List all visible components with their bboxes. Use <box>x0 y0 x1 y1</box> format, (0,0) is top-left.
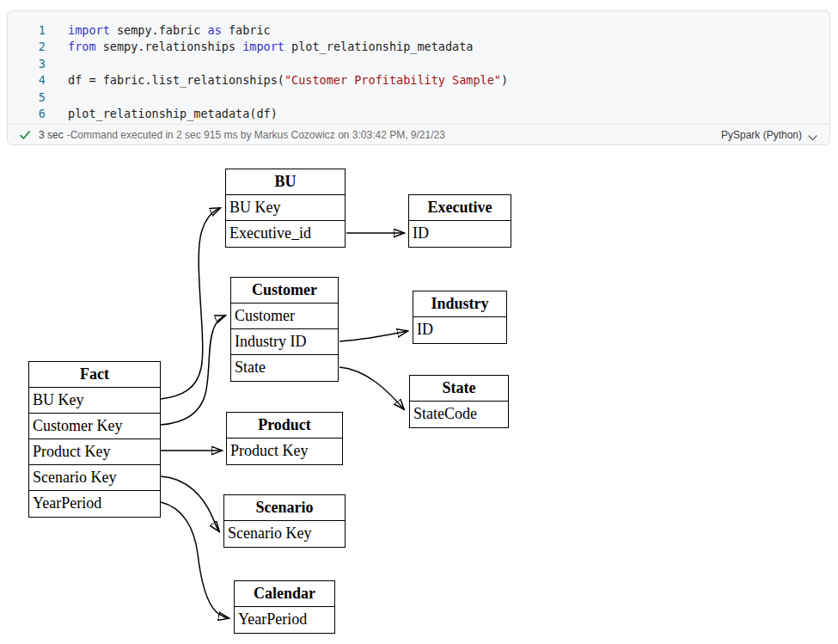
table-row: ID <box>413 317 506 343</box>
table-header: Industry <box>413 291 506 317</box>
diagram-table-product: ProductProduct Key <box>226 412 343 465</box>
chevron-down-icon <box>808 132 817 138</box>
code-token: sempy.fabric <box>117 23 208 37</box>
diagram-table-calendar: CalendarYearPeriod <box>234 580 335 634</box>
table-header: BU <box>226 169 345 195</box>
table-header: State <box>410 376 508 402</box>
code-token: ) <box>501 73 508 87</box>
table-header: Calendar <box>235 581 334 607</box>
code-cell: 1import sempy.fabric as fabric2from semp… <box>7 10 830 145</box>
line-number: 1 <box>8 22 46 39</box>
line-number: 5 <box>8 89 46 106</box>
code-text: plot_relationship_metadata(df) <box>46 106 278 122</box>
table-row: Customer <box>231 304 338 329</box>
arrow-fact-scenariokey-to-scenario <box>161 476 219 531</box>
code-line[interactable]: 5 <box>8 89 829 106</box>
execution-message: -Command executed in 2 sec 915 ms by Mar… <box>67 129 445 141</box>
diagram-table-customer: CustomerCustomerIndustry IDState <box>230 277 339 382</box>
code-line[interactable]: 6plot_relationship_metadata(df) <box>8 106 829 122</box>
code-token: import <box>68 23 117 37</box>
table-row: BU Key <box>29 388 160 414</box>
code-token: import <box>242 40 291 53</box>
table-row: Industry ID <box>231 329 338 355</box>
code-token: sempy.relationships <box>103 40 243 53</box>
table-header: Product <box>227 413 342 439</box>
cell-status-bar: 3 sec -Command executed in 2 sec 915 ms … <box>8 124 829 144</box>
table-row: Executive_id <box>226 221 345 247</box>
table-row: Scenario Key <box>29 465 160 491</box>
table-row: Scenario Key <box>224 521 345 547</box>
code-line[interactable]: 2from sempy.relationships import plot_re… <box>8 39 829 55</box>
table-row: Product Key <box>29 439 160 465</box>
table-row: StateCode <box>410 402 508 427</box>
code-editor[interactable]: 1import sempy.fabric as fabric2from semp… <box>8 11 829 124</box>
code-text: from sempy.relationships import plot_rel… <box>46 39 473 55</box>
code-line[interactable]: 1import sempy.fabric as fabric <box>8 22 829 39</box>
table-row: Customer Key <box>29 414 160 439</box>
table-header: Fact <box>29 362 160 388</box>
line-number: 2 <box>8 39 46 55</box>
code-token: fabric <box>229 23 271 37</box>
table-header: Scenario <box>224 495 345 521</box>
arrow-fact-yearperiod-to-calendar <box>161 502 229 618</box>
code-text <box>46 56 68 72</box>
table-row: YearPeriod <box>235 607 334 633</box>
arrow-fact-bukey-to-bu <box>161 208 220 399</box>
table-row: State <box>231 355 338 381</box>
arrow-customer-industryid-to-industry <box>339 331 407 341</box>
diagram-table-industry: IndustryID <box>413 291 507 344</box>
code-line[interactable]: 4df = fabric.list_relationships("Custome… <box>8 72 829 89</box>
code-token: from <box>68 40 103 53</box>
code-text <box>46 89 68 106</box>
success-check-icon <box>19 129 31 141</box>
code-token: plot_relationship_metadata(df) <box>68 107 278 120</box>
diagram-table-executive: ExecutiveID <box>408 194 511 248</box>
kernel-selector[interactable]: PySpark (Python) <box>721 129 817 141</box>
code-text: import sempy.fabric as fabric <box>46 22 271 39</box>
line-number: 3 <box>8 56 46 72</box>
code-line[interactable]: 3 <box>8 56 829 72</box>
kernel-label: PySpark (Python) <box>721 129 802 141</box>
code-token: df = fabric.list_relationships( <box>68 73 284 87</box>
code-token: plot_relationship_metadata <box>291 40 473 53</box>
diagram-table-state: StateStateCode <box>409 375 509 428</box>
code-token: "Customer Profitability Sample" <box>284 73 501 87</box>
diagram-table-scenario: ScenarioScenario Key <box>223 494 346 548</box>
diagram-table-fact: FactBU KeyCustomer KeyProduct KeyScenari… <box>28 361 161 518</box>
table-row: ID <box>409 221 511 247</box>
execution-duration: 3 sec <box>39 129 64 141</box>
line-number: 4 <box>8 72 46 89</box>
table-row: BU Key <box>226 195 345 221</box>
line-number: 6 <box>8 106 46 122</box>
table-header: Executive <box>409 195 511 221</box>
table-row: YearPeriod <box>29 491 160 517</box>
arrow-fact-customerkey-to-customer <box>161 316 225 425</box>
notebook-page: 1import sempy.fabric as fabric2from semp… <box>0 0 838 644</box>
table-row: Product Key <box>227 439 342 464</box>
code-text: df = fabric.list_relationships("Customer… <box>46 72 508 89</box>
table-header: Customer <box>231 278 338 304</box>
arrow-customer-state-to-state <box>339 367 404 409</box>
code-token: as <box>208 23 229 37</box>
diagram-table-bu: BUBU KeyExecutive_id <box>225 169 346 248</box>
